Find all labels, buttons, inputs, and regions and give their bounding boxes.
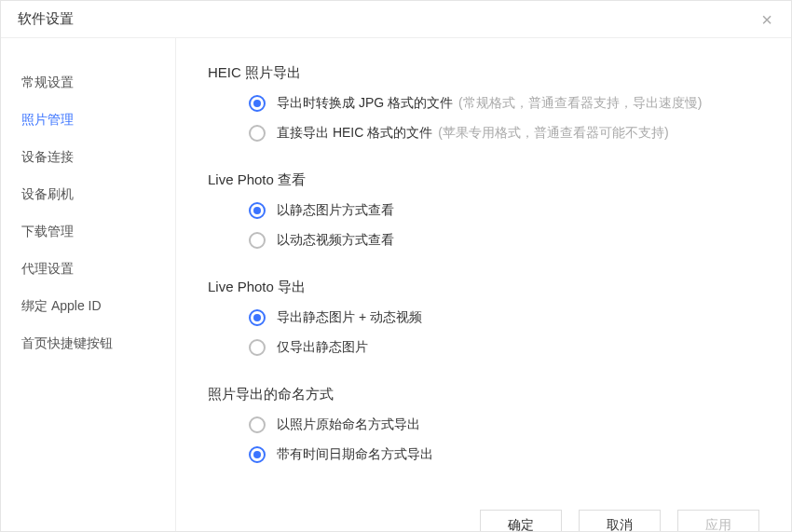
button-label: 取消 [607,517,633,531]
section-title: Live Photo 查看 [208,171,759,189]
option-label: 带有时间日期命名方式导出 [277,446,433,463]
close-icon: × [761,10,772,29]
option-label: 以静态图片方式查看 [277,202,394,219]
sidebar-item-label: 设备连接 [21,149,74,166]
sidebar-item-home-shortcut[interactable]: 首页快捷键按钮 [1,325,175,362]
section-title: HEIC 照片导出 [208,64,759,82]
sidebar-item-general[interactable]: 常规设置 [1,64,175,102]
radio-icon [249,125,266,142]
section-livephoto-view: Live Photo 查看 以静态图片方式查看 以动态视频方式查看 [208,171,759,262]
section-heic-export: HEIC 照片导出 导出时转换成 JPG 格式的文件 (常规格式，普通查看器支持… [208,64,759,155]
radio-icon [249,202,266,219]
option-livephoto-view-static[interactable]: 以静态图片方式查看 [208,202,759,219]
option-label: 以动态视频方式查看 [277,232,394,249]
sidebar-item-label: 绑定 Apple ID [21,298,102,315]
sidebar-item-label: 设备刷机 [21,186,74,203]
window-title: 软件设置 [18,10,74,28]
sidebar-item-photo-manage[interactable]: 照片管理 [1,102,175,139]
option-liveexport-both[interactable]: 导出静态图片 + 动态视频 [208,309,759,326]
titlebar: 软件设置 × [1,1,791,38]
sidebar-item-bind-apple-id[interactable]: 绑定 Apple ID [1,288,175,325]
apply-button[interactable]: 应用 [677,510,759,531]
ok-button[interactable]: 确定 [480,510,562,531]
content-pane: HEIC 照片导出 导出时转换成 JPG 格式的文件 (常规格式，普通查看器支持… [176,38,791,531]
section-photo-naming: 照片导出的命名方式 以照片原始命名方式导出 带有时间日期命名方式导出 [208,386,759,476]
window-body: 常规设置 照片管理 设备连接 设备刷机 下载管理 代理设置 绑定 Apple I… [1,38,791,531]
sidebar-item-device-connect[interactable]: 设备连接 [1,139,175,176]
option-label: 以照片原始命名方式导出 [277,416,420,433]
button-label: 确定 [508,517,534,531]
option-liveexport-static-only[interactable]: 仅导出静态图片 [208,339,759,356]
settings-window: 软件设置 × 常规设置 照片管理 设备连接 设备刷机 下载管理 代理设置 绑定 … [0,0,792,532]
sidebar-item-label: 下载管理 [21,224,74,240]
sidebar-item-label: 照片管理 [21,112,74,129]
option-hint: (常规格式，普通查看器支持，导出速度慢) [458,95,702,112]
radio-icon [249,446,266,463]
sidebar-item-proxy-settings[interactable]: 代理设置 [1,251,175,288]
option-naming-original[interactable]: 以照片原始命名方式导出 [208,416,759,433]
option-label: 仅导出静态图片 [277,339,368,356]
radio-icon [249,232,266,249]
option-label: 导出静态图片 + 动态视频 [277,309,422,326]
section-livephoto-export: Live Photo 导出 导出静态图片 + 动态视频 仅导出静态图片 [208,279,759,369]
option-label: 直接导出 HEIC 格式的文件 [277,125,432,142]
option-naming-datetime[interactable]: 带有时间日期命名方式导出 [208,446,759,463]
radio-icon [249,339,266,356]
radio-icon [249,416,266,433]
option-livephoto-view-video[interactable]: 以动态视频方式查看 [208,232,759,249]
option-heic-to-jpg[interactable]: 导出时转换成 JPG 格式的文件 (常规格式，普通查看器支持，导出速度慢) [208,95,759,112]
dialog-footer: 确定 取消 应用 [208,493,759,531]
sidebar-item-label: 代理设置 [21,261,74,278]
section-title: Live Photo 导出 [208,279,759,296]
option-hint: (苹果专用格式，普通查看器可能不支持) [438,125,668,142]
close-button[interactable]: × [756,8,778,31]
sidebar-item-download-manage[interactable]: 下载管理 [1,213,175,251]
sidebar: 常规设置 照片管理 设备连接 设备刷机 下载管理 代理设置 绑定 Apple I… [1,38,176,531]
radio-icon [249,309,266,326]
option-heic-direct[interactable]: 直接导出 HEIC 格式的文件 (苹果专用格式，普通查看器可能不支持) [208,125,759,142]
sidebar-item-label: 常规设置 [21,75,74,91]
button-label: 应用 [705,517,731,531]
sidebar-item-label: 首页快捷键按钮 [21,335,113,352]
cancel-button[interactable]: 取消 [579,510,661,531]
radio-icon [249,95,266,112]
option-label: 导出时转换成 JPG 格式的文件 [277,95,453,112]
section-title: 照片导出的命名方式 [208,386,759,403]
sidebar-item-device-flash[interactable]: 设备刷机 [1,176,175,213]
